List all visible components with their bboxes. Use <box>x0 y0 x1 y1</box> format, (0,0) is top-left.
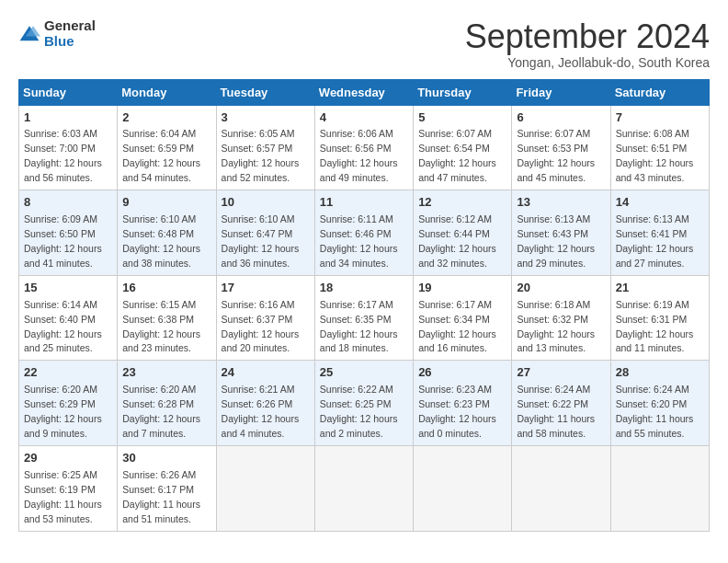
table-row: 12Sunrise: 6:12 AMSunset: 6:44 PMDayligh… <box>414 190 512 276</box>
day-info: Sunrise: 6:07 AMSunset: 6:53 PMDaylight:… <box>517 128 595 183</box>
day-info: Sunrise: 6:07 AMSunset: 6:54 PMDaylight:… <box>418 128 496 183</box>
day-info: Sunrise: 6:20 AMSunset: 6:28 PMDaylight:… <box>122 384 200 439</box>
day-info: Sunrise: 6:08 AMSunset: 6:51 PMDaylight:… <box>616 128 694 183</box>
calendar-header-row: Sunday Monday Tuesday Wednesday Thursday… <box>19 79 710 105</box>
day-number: 11 <box>320 194 408 212</box>
table-row: 25Sunrise: 6:22 AMSunset: 6:25 PMDayligh… <box>314 361 413 446</box>
day-info: Sunrise: 6:25 AMSunset: 6:19 PMDaylight:… <box>24 469 102 524</box>
logo: General Blue <box>18 18 96 49</box>
day-number: 21 <box>616 280 704 297</box>
calendar-table: Sunday Monday Tuesday Wednesday Thursday… <box>18 79 710 532</box>
day-number: 22 <box>24 364 112 382</box>
day-info: Sunrise: 6:22 AMSunset: 6:25 PMDaylight:… <box>320 384 398 439</box>
logo-blue: Blue <box>44 34 96 50</box>
table-row: 6Sunrise: 6:07 AMSunset: 6:53 PMDaylight… <box>512 105 610 190</box>
day-info: Sunrise: 6:16 AMSunset: 6:37 PMDaylight:… <box>222 299 300 354</box>
day-number: 8 <box>24 194 112 212</box>
day-info: Sunrise: 6:21 AMSunset: 6:26 PMDaylight:… <box>222 384 300 439</box>
header-sunday: Sunday <box>19 79 118 105</box>
day-number: 23 <box>122 364 210 382</box>
logo-general: General <box>44 18 96 34</box>
calendar-week-row: 8Sunrise: 6:09 AMSunset: 6:50 PMDaylight… <box>19 190 710 276</box>
header-thursday: Thursday <box>414 79 512 105</box>
table-row: 21Sunrise: 6:19 AMSunset: 6:31 PMDayligh… <box>610 275 709 361</box>
table-row: 7Sunrise: 6:08 AMSunset: 6:51 PMDaylight… <box>610 105 709 190</box>
day-info: Sunrise: 6:04 AMSunset: 6:59 PMDaylight:… <box>122 128 200 183</box>
table-row: 23Sunrise: 6:20 AMSunset: 6:28 PMDayligh… <box>118 361 216 446</box>
day-number: 30 <box>122 450 210 467</box>
day-number: 20 <box>517 280 605 297</box>
day-number: 9 <box>122 194 210 212</box>
day-info: Sunrise: 6:12 AMSunset: 6:44 PMDaylight:… <box>418 213 496 269</box>
table-row: 29Sunrise: 6:25 AMSunset: 6:19 PMDayligh… <box>19 445 118 531</box>
table-row: 16Sunrise: 6:15 AMSunset: 6:38 PMDayligh… <box>118 275 216 361</box>
header-saturday: Saturday <box>610 79 709 105</box>
day-number: 6 <box>517 109 605 127</box>
day-number: 15 <box>24 280 112 297</box>
day-number: 24 <box>222 364 310 382</box>
calendar-week-row: 1Sunrise: 6:03 AMSunset: 7:00 PMDaylight… <box>19 105 710 190</box>
day-info: Sunrise: 6:18 AMSunset: 6:32 PMDaylight:… <box>517 299 595 354</box>
logo-icon <box>18 23 40 45</box>
day-number: 18 <box>320 280 408 297</box>
table-row: 3Sunrise: 6:05 AMSunset: 6:57 PMDaylight… <box>216 105 314 190</box>
calendar-week-row: 22Sunrise: 6:20 AMSunset: 6:29 PMDayligh… <box>19 361 710 446</box>
day-number: 28 <box>616 364 704 382</box>
header-monday: Monday <box>118 79 216 105</box>
day-info: Sunrise: 6:11 AMSunset: 6:46 PMDaylight:… <box>320 213 398 269</box>
day-info: Sunrise: 6:23 AMSunset: 6:23 PMDaylight:… <box>418 384 496 439</box>
table-row: 28Sunrise: 6:24 AMSunset: 6:20 PMDayligh… <box>610 361 709 446</box>
header-wednesday: Wednesday <box>314 79 413 105</box>
page-header: General Blue September 2024 Yongan, Jeol… <box>18 18 710 70</box>
day-number: 16 <box>122 280 210 297</box>
table-row: 22Sunrise: 6:20 AMSunset: 6:29 PMDayligh… <box>19 361 118 446</box>
calendar-week-row: 15Sunrise: 6:14 AMSunset: 6:40 PMDayligh… <box>19 275 710 361</box>
day-number: 1 <box>24 109 112 127</box>
table-row: 20Sunrise: 6:18 AMSunset: 6:32 PMDayligh… <box>512 275 610 361</box>
day-number: 2 <box>122 109 210 127</box>
day-number: 25 <box>320 364 408 382</box>
day-number: 10 <box>222 194 310 212</box>
table-row: 13Sunrise: 6:13 AMSunset: 6:43 PMDayligh… <box>512 190 610 276</box>
day-number: 26 <box>418 364 506 382</box>
header-friday: Friday <box>512 79 610 105</box>
day-info: Sunrise: 6:19 AMSunset: 6:31 PMDaylight:… <box>616 299 694 354</box>
table-row: 15Sunrise: 6:14 AMSunset: 6:40 PMDayligh… <box>19 275 118 361</box>
table-row: 18Sunrise: 6:17 AMSunset: 6:35 PMDayligh… <box>314 275 413 361</box>
day-number: 29 <box>24 450 112 467</box>
day-number: 14 <box>616 194 704 212</box>
table-row: 10Sunrise: 6:10 AMSunset: 6:47 PMDayligh… <box>216 190 314 276</box>
day-number: 7 <box>616 109 704 127</box>
table-row: 26Sunrise: 6:23 AMSunset: 6:23 PMDayligh… <box>414 361 512 446</box>
table-row: 24Sunrise: 6:21 AMSunset: 6:26 PMDayligh… <box>216 361 314 446</box>
table-row: 4Sunrise: 6:06 AMSunset: 6:56 PMDaylight… <box>314 105 413 190</box>
table-row: 30Sunrise: 6:26 AMSunset: 6:17 PMDayligh… <box>118 445 216 531</box>
day-info: Sunrise: 6:20 AMSunset: 6:29 PMDaylight:… <box>24 384 102 439</box>
day-info: Sunrise: 6:14 AMSunset: 6:40 PMDaylight:… <box>24 299 102 354</box>
table-row: 9Sunrise: 6:10 AMSunset: 6:48 PMDaylight… <box>118 190 216 276</box>
day-number: 3 <box>222 109 310 127</box>
day-info: Sunrise: 6:13 AMSunset: 6:43 PMDaylight:… <box>517 213 595 269</box>
day-info: Sunrise: 6:17 AMSunset: 6:35 PMDaylight:… <box>320 299 398 354</box>
table-row <box>414 445 512 531</box>
day-info: Sunrise: 6:09 AMSunset: 6:50 PMDaylight:… <box>24 213 102 269</box>
day-number: 27 <box>517 364 605 382</box>
table-row: 19Sunrise: 6:17 AMSunset: 6:34 PMDayligh… <box>414 275 512 361</box>
day-number: 19 <box>418 280 506 297</box>
day-info: Sunrise: 6:03 AMSunset: 7:00 PMDaylight:… <box>24 128 102 183</box>
day-number: 5 <box>418 109 506 127</box>
day-number: 12 <box>418 194 506 212</box>
day-number: 4 <box>320 109 408 127</box>
day-info: Sunrise: 6:13 AMSunset: 6:41 PMDaylight:… <box>616 213 694 269</box>
calendar-week-row: 29Sunrise: 6:25 AMSunset: 6:19 PMDayligh… <box>19 445 710 531</box>
day-info: Sunrise: 6:10 AMSunset: 6:47 PMDaylight:… <box>222 213 300 269</box>
table-row: 14Sunrise: 6:13 AMSunset: 6:41 PMDayligh… <box>610 190 709 276</box>
day-info: Sunrise: 6:15 AMSunset: 6:38 PMDaylight:… <box>122 299 200 354</box>
day-info: Sunrise: 6:24 AMSunset: 6:22 PMDaylight:… <box>517 384 595 439</box>
day-info: Sunrise: 6:24 AMSunset: 6:20 PMDaylight:… <box>616 384 694 439</box>
table-row: 1Sunrise: 6:03 AMSunset: 7:00 PMDaylight… <box>19 105 118 190</box>
month-title: September 2024 <box>465 18 710 55</box>
logo-text: General Blue <box>44 18 96 49</box>
table-row: 11Sunrise: 6:11 AMSunset: 6:46 PMDayligh… <box>314 190 413 276</box>
header-tuesday: Tuesday <box>216 79 314 105</box>
